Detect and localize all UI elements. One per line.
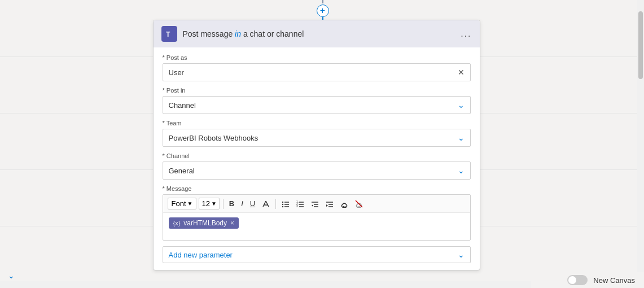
decrease-indent-button[interactable] [309, 199, 321, 209]
text-color-button[interactable] [260, 199, 272, 209]
post-as-input[interactable]: User ✕ [163, 63, 471, 81]
post-as-clear-button[interactable]: ✕ [458, 68, 465, 77]
svg-point-11 [282, 206, 283, 207]
action-card: T Post message in a chat or channel ... … [153, 20, 480, 270]
font-label: Font [172, 199, 186, 208]
team-chevron-icon: ⌄ [458, 133, 465, 142]
add-parameter-dropdown[interactable]: Add new parameter ⌄ [163, 246, 471, 263]
post-as-field: * Post as User ✕ [163, 54, 471, 81]
underline-button[interactable]: U [248, 198, 257, 209]
vertical-scrollbar[interactable] [637, 0, 644, 288]
post-in-chevron-icon: ⌄ [458, 101, 465, 110]
post-in-label: * Post in [163, 87, 471, 94]
post-in-dropdown[interactable]: Channel ⌄ [163, 96, 471, 114]
svg-text:3.: 3. [296, 204, 299, 208]
ordered-list-button[interactable]: 1. 2. 3. [294, 199, 306, 209]
unordered-list-button[interactable] [279, 199, 292, 209]
message-field: * Message Font ▼ 12 ▼ B [163, 185, 471, 241]
message-label: * Message [163, 185, 471, 192]
connector-line-top [322, 0, 323, 3]
message-toolbar-row: Font ▼ 12 ▼ B I U [163, 195, 470, 213]
add-parameter-chevron-icon: ⌄ [458, 250, 465, 259]
toggle-thumb [568, 276, 576, 284]
bold-button[interactable]: B [227, 198, 236, 209]
card-header-left: T Post message in a chat or channel [161, 26, 304, 42]
team-value: PowerBI Robots Webhooks [169, 134, 259, 142]
scrollbar-thumb[interactable] [638, 11, 643, 79]
font-size-value: 12 [201, 199, 209, 208]
toolbar-divider-1 [223, 199, 224, 209]
font-size-arrow: ▼ [211, 200, 217, 207]
font-dropdown-arrow: ▼ [187, 200, 193, 207]
svg-line-4 [266, 201, 267, 203]
font-select[interactable]: Font ▼ [168, 198, 197, 210]
channel-label: * Channel [163, 152, 471, 159]
svg-marker-26 [326, 204, 328, 207]
channel-field: * Channel General ⌄ [163, 152, 471, 180]
message-content-area[interactable]: {x} varHTMLBody × [163, 213, 470, 240]
svg-point-7 [282, 201, 283, 202]
card-body: * Post as User ✕ * Post in Channel ⌄ * T… [154, 47, 480, 270]
post-in-value: Channel [169, 101, 196, 110]
channel-dropdown[interactable]: General ⌄ [163, 162, 471, 180]
italic-button[interactable]: I [239, 198, 246, 209]
team-label: * Team [163, 120, 471, 126]
team-dropdown[interactable]: PowerBI Robots Webhooks ⌄ [163, 129, 471, 147]
add-parameter-label: Add new parameter [169, 251, 233, 259]
svg-marker-22 [312, 204, 313, 207]
card-title: Post message in a chat or channel [183, 29, 304, 38]
chip-icon: {x} [173, 220, 181, 226]
chip-label: varHTMLBody [183, 219, 227, 227]
svg-point-9 [282, 203, 283, 204]
new-canvas-label: New Canvas [593, 276, 635, 285]
remove-link-button[interactable] [353, 199, 365, 209]
insert-link-button[interactable] [338, 199, 351, 209]
bottom-toolbar: New Canvas [531, 272, 644, 288]
teams-icon: T [161, 26, 177, 42]
font-size-select[interactable]: 12 ▼ [199, 198, 219, 210]
chip-close-button[interactable]: × [230, 219, 234, 227]
toolbar-divider-2 [275, 199, 276, 209]
post-as-value: User [169, 68, 184, 77]
channel-value: General [169, 167, 195, 175]
var-html-body-chip[interactable]: {x} varHTMLBody × [169, 217, 239, 229]
increase-indent-button[interactable] [323, 199, 336, 209]
canvas: + T Post message in a chat or channel ..… [0, 0, 644, 288]
post-in-field: * Post in Channel ⌄ [163, 87, 471, 114]
add-step-button[interactable]: + [317, 5, 329, 17]
scroll-down-indicator: ⌄ [8, 271, 15, 280]
card-menu-button[interactable]: ... [461, 29, 471, 39]
card-header: T Post message in a chat or channel ... [154, 20, 480, 47]
team-field: * Team PowerBI Robots Webhooks ⌄ [163, 120, 471, 147]
svg-text:T: T [166, 30, 170, 38]
post-as-label: * Post as [163, 54, 471, 61]
new-canvas-toggle[interactable] [567, 275, 588, 285]
message-editor: Font ▼ 12 ▼ B I U [163, 194, 471, 241]
channel-chevron-icon: ⌄ [458, 166, 465, 175]
